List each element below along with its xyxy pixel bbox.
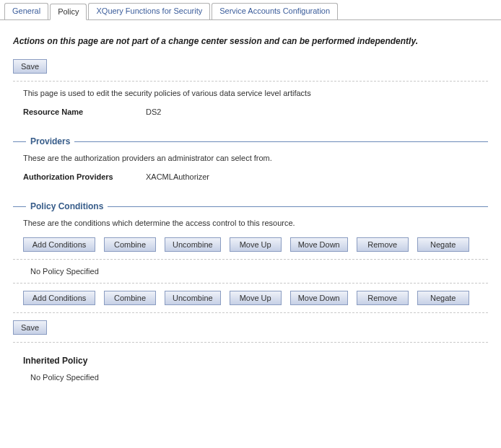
auth-providers-row: Authorization Providers XACMLAuthorizer: [23, 172, 488, 181]
resource-name-label: Resource Name: [23, 107, 146, 116]
add-conditions-button[interactable]: Add Conditions: [23, 291, 95, 305]
remove-button[interactable]: Remove: [357, 291, 409, 305]
add-conditions-button[interactable]: Add Conditions: [23, 237, 95, 252]
move-up-button[interactable]: Move Up: [230, 237, 282, 252]
divider: [13, 342, 488, 343]
uncombine-button[interactable]: Uncombine: [165, 291, 221, 305]
auth-providers-value: XACMLAuthorizer: [146, 172, 209, 181]
remove-button[interactable]: Remove: [357, 237, 409, 252]
uncombine-button[interactable]: Uncombine: [165, 237, 221, 252]
tab-service-accounts[interactable]: Service Accounts Configuration: [212, 3, 338, 19]
tab-general[interactable]: General: [4, 3, 48, 19]
move-up-button[interactable]: Move Up: [230, 291, 282, 305]
divider: [13, 81, 488, 82]
providers-title: Providers: [26, 136, 74, 146]
no-policy-specified: No Policy Specified: [30, 267, 488, 276]
providers-description: These are the authorization providers an…: [23, 154, 488, 162]
negate-button[interactable]: Negate: [417, 291, 469, 305]
combine-button[interactable]: Combine: [104, 237, 156, 252]
resource-name-value: DS2: [146, 107, 161, 116]
combine-button[interactable]: Combine: [104, 291, 156, 305]
divider: [13, 259, 488, 260]
divider: [13, 283, 488, 284]
save-button-bottom[interactable]: Save: [13, 320, 47, 335]
save-button-top[interactable]: Save: [13, 59, 47, 74]
auth-providers-label: Authorization Providers: [23, 172, 146, 181]
page-content: Actions on this page are not part of a c…: [0, 20, 501, 403]
move-down-button[interactable]: Move Down: [290, 291, 348, 305]
tab-xquery[interactable]: XQuery Functions for Security: [88, 3, 210, 19]
policy-toolbar-lower: Add Conditions Combine Uncombine Move Up…: [23, 291, 488, 305]
tab-bar: General Policy XQuery Functions for Secu…: [0, 0, 501, 20]
divider: [13, 312, 488, 313]
providers-section-header: Providers: [13, 136, 488, 146]
independent-action-notice: Actions on this page are not part of a c…: [13, 36, 488, 46]
policy-toolbar-upper: Add Conditions Combine Uncombine Move Up…: [23, 237, 488, 252]
inherited-policy-title: Inherited Policy: [23, 356, 488, 366]
policy-conditions-section-header: Policy Conditions: [13, 201, 488, 211]
resource-name-row: Resource Name DS2: [23, 107, 488, 116]
tab-policy[interactable]: Policy: [50, 4, 87, 20]
page-description: This page is used to edit the security p…: [23, 89, 488, 97]
move-down-button[interactable]: Move Down: [290, 237, 348, 252]
inherited-no-policy: No Policy Specified: [30, 373, 488, 382]
negate-button[interactable]: Negate: [417, 237, 469, 252]
policy-conditions-title: Policy Conditions: [26, 201, 108, 211]
policy-conditions-description: These are the conditions which determine…: [23, 219, 488, 227]
